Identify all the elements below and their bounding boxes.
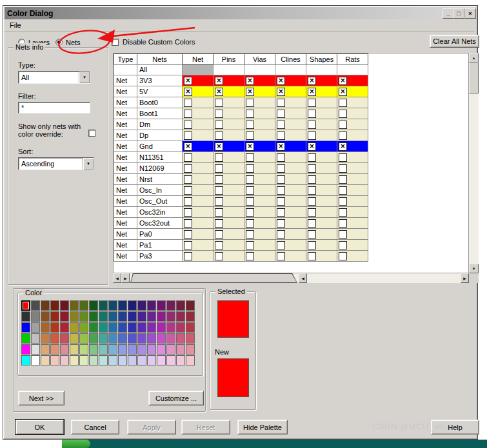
color-cell[interactable] bbox=[306, 185, 337, 196]
cell-checkbox[interactable]: × bbox=[246, 77, 254, 85]
palette-swatch[interactable] bbox=[118, 311, 127, 322]
color-cell[interactable] bbox=[244, 152, 275, 163]
color-cell[interactable] bbox=[214, 152, 244, 163]
color-cell[interactable]: × bbox=[244, 141, 275, 152]
color-cell[interactable] bbox=[275, 218, 306, 229]
palette-swatch[interactable] bbox=[166, 355, 175, 365]
palette-swatch[interactable] bbox=[108, 333, 117, 344]
color-cell[interactable]: × bbox=[337, 86, 368, 97]
horizontal-scrollbar[interactable]: ◀ ▶ ◀ ▶ bbox=[113, 273, 469, 283]
color-cell[interactable] bbox=[214, 108, 244, 119]
color-cell[interactable]: × bbox=[244, 75, 275, 86]
color-cell[interactable] bbox=[337, 207, 368, 218]
cell-checkbox[interactable]: × bbox=[308, 88, 316, 96]
palette-swatch[interactable] bbox=[118, 344, 127, 355]
color-cell[interactable] bbox=[214, 163, 244, 174]
palette-swatch[interactable] bbox=[70, 355, 79, 365]
scroll-right-icon[interactable]: ▶ bbox=[461, 273, 469, 283]
color-cell[interactable] bbox=[337, 152, 368, 163]
customize-button[interactable]: Customize ... bbox=[148, 391, 204, 405]
color-cell[interactable] bbox=[275, 196, 306, 207]
palette-swatch[interactable] bbox=[176, 322, 185, 333]
cell-checkbox[interactable] bbox=[215, 252, 223, 260]
palette-swatch[interactable] bbox=[118, 300, 127, 311]
cell-checkbox[interactable] bbox=[277, 131, 285, 140]
color-cell[interactable] bbox=[183, 97, 214, 108]
color-cell[interactable] bbox=[306, 207, 337, 218]
palette-swatch[interactable] bbox=[79, 300, 88, 311]
cell-checkbox[interactable] bbox=[246, 208, 254, 217]
palette-swatch[interactable] bbox=[147, 311, 156, 322]
palette-swatch[interactable] bbox=[176, 311, 185, 322]
cell-checkbox[interactable] bbox=[308, 219, 316, 228]
color-cell[interactable] bbox=[337, 163, 368, 174]
cell-checkbox[interactable] bbox=[215, 99, 223, 107]
color-cell[interactable] bbox=[306, 97, 337, 108]
color-cell[interactable] bbox=[214, 130, 244, 141]
palette-swatch[interactable] bbox=[41, 300, 50, 311]
palette-swatch[interactable] bbox=[99, 333, 108, 344]
color-cell[interactable] bbox=[244, 229, 275, 240]
color-cell[interactable] bbox=[275, 152, 306, 163]
cell-checkbox[interactable] bbox=[308, 153, 316, 162]
palette-swatch[interactable] bbox=[41, 344, 50, 355]
cell-checkbox[interactable] bbox=[215, 197, 223, 206]
palette-swatch[interactable] bbox=[89, 344, 98, 355]
palette-swatch[interactable] bbox=[99, 344, 108, 355]
palette-swatch[interactable] bbox=[166, 333, 175, 344]
palette-swatch[interactable] bbox=[186, 322, 195, 333]
color-cell[interactable] bbox=[244, 207, 275, 218]
color-cell[interactable] bbox=[337, 229, 368, 240]
menu-file[interactable]: File bbox=[5, 21, 26, 30]
cell-checkbox[interactable]: × bbox=[339, 88, 347, 96]
cell-checkbox[interactable] bbox=[339, 110, 347, 118]
palette-swatch[interactable] bbox=[70, 344, 79, 355]
palette-swatch[interactable] bbox=[108, 344, 117, 355]
color-cell[interactable] bbox=[214, 240, 244, 251]
cell-checkbox[interactable] bbox=[277, 219, 285, 228]
color-cell[interactable] bbox=[306, 229, 337, 240]
color-cell[interactable]: × bbox=[337, 75, 368, 86]
color-cell[interactable] bbox=[337, 119, 368, 130]
color-cell[interactable]: × bbox=[214, 75, 244, 86]
filter-input[interactable] bbox=[18, 102, 90, 113]
palette-swatch[interactable] bbox=[31, 344, 40, 355]
cell-checkbox[interactable] bbox=[308, 197, 316, 206]
palette-swatch[interactable] bbox=[108, 355, 117, 365]
cell-checkbox[interactable] bbox=[184, 230, 192, 239]
cell-checkbox[interactable] bbox=[339, 219, 347, 228]
palette-swatch[interactable] bbox=[41, 311, 50, 322]
color-cell[interactable] bbox=[183, 196, 214, 207]
cell-checkbox[interactable] bbox=[215, 219, 223, 228]
cell-checkbox[interactable] bbox=[308, 186, 316, 195]
color-cell[interactable] bbox=[306, 196, 337, 207]
color-cell[interactable] bbox=[337, 64, 368, 75]
cell-checkbox[interactable] bbox=[308, 121, 316, 129]
color-cell[interactable] bbox=[244, 218, 275, 229]
sort-dropdown[interactable]: Ascending ▼ bbox=[18, 157, 94, 170]
palette-swatch[interactable] bbox=[79, 355, 88, 365]
palette-swatch[interactable] bbox=[157, 322, 166, 333]
color-cell[interactable] bbox=[306, 163, 337, 174]
disable-custom-colors-checkbox[interactable]: Disable Custom Colors bbox=[112, 38, 195, 46]
color-cell[interactable] bbox=[275, 240, 306, 251]
cell-checkbox[interactable] bbox=[184, 241, 192, 249]
scroll-down-icon[interactable]: ▼ bbox=[469, 264, 479, 273]
vertical-scroll-thumb[interactable] bbox=[469, 63, 479, 93]
cell-checkbox[interactable] bbox=[246, 153, 254, 162]
palette-swatch[interactable] bbox=[60, 355, 69, 365]
cell-checkbox[interactable] bbox=[184, 252, 192, 260]
color-cell[interactable] bbox=[306, 174, 337, 185]
color-cell[interactable] bbox=[183, 229, 214, 240]
cell-checkbox[interactable] bbox=[277, 153, 285, 162]
color-cell[interactable]: × bbox=[275, 86, 306, 97]
color-cell[interactable] bbox=[214, 174, 244, 185]
cell-checkbox[interactable] bbox=[215, 241, 223, 249]
vertical-scrollbar[interactable]: ▲ ▼ bbox=[469, 53, 479, 273]
color-cell[interactable] bbox=[244, 97, 275, 108]
cell-checkbox[interactable] bbox=[246, 219, 254, 228]
palette-swatch[interactable] bbox=[70, 300, 79, 311]
color-cell[interactable] bbox=[306, 240, 337, 251]
palette-swatch[interactable] bbox=[60, 300, 69, 311]
color-cell[interactable] bbox=[337, 174, 368, 185]
